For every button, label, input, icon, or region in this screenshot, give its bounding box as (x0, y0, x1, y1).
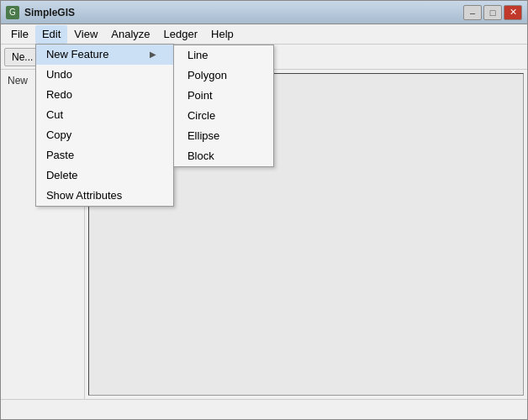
submenu-arrow: ▶ (150, 50, 156, 59)
edit-redo[interactable]: Redo (36, 85, 173, 105)
edit-cut[interactable]: Cut (36, 105, 173, 125)
main-window: G SimpleGIS – □ ✕ File Edit New Feature … (0, 0, 528, 420)
window-title: SimpleGIS (24, 7, 463, 18)
status-bar (1, 399, 527, 419)
submenu-ellipse[interactable]: Ellipse (174, 126, 273, 146)
submenu-block[interactable]: Block (174, 146, 273, 166)
edit-new-feature[interactable]: New Feature ▶ Line Polygon Point (36, 45, 173, 65)
edit-copy[interactable]: Copy (36, 125, 173, 145)
submenu-point[interactable]: Point (174, 86, 273, 106)
close-button[interactable]: ✕ (504, 5, 522, 20)
edit-paste[interactable]: Paste (36, 145, 173, 165)
menu-edit[interactable]: Edit New Feature ▶ Line Polygon (35, 25, 67, 44)
submenu-line[interactable]: Line (174, 45, 273, 66)
app-icon: G (6, 6, 19, 19)
menu-ledger[interactable]: Ledger (157, 25, 204, 44)
edit-undo[interactable]: Undo (36, 65, 173, 85)
submenu-circle[interactable]: Circle (174, 106, 273, 126)
restore-button[interactable]: □ (483, 5, 502, 20)
edit-delete[interactable]: Delete (36, 165, 173, 186)
menu-file[interactable]: File (4, 25, 35, 44)
menu-view[interactable]: View (67, 25, 104, 44)
minimize-button[interactable]: – (463, 5, 482, 20)
edit-show-attributes[interactable]: Show Attributes (36, 186, 173, 206)
new-feature-submenu: Line Polygon Point Circle Ellipse (173, 45, 274, 167)
menu-analyze[interactable]: Analyze (104, 25, 156, 44)
edit-dropdown: New Feature ▶ Line Polygon Point (35, 44, 174, 207)
title-bar: G SimpleGIS – □ ✕ (1, 1, 527, 24)
menu-help[interactable]: Help (204, 25, 240, 44)
menu-bar: File Edit New Feature ▶ Line Polygon (1, 24, 527, 45)
submenu-polygon[interactable]: Polygon (174, 66, 273, 86)
window-controls: – □ ✕ (463, 5, 522, 20)
